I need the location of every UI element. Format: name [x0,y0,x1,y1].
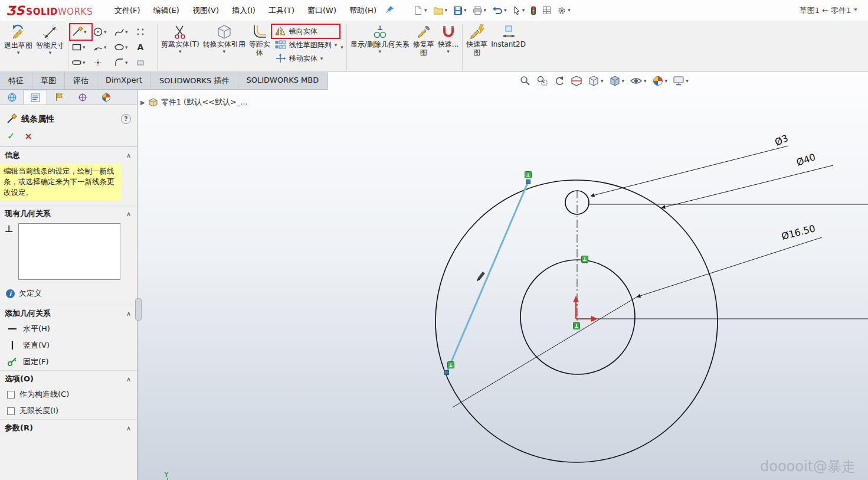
hide-show-items-button[interactable]: ▾ [630,75,647,87]
menu-view[interactable]: 视图(V) [186,2,225,19]
save-button[interactable]: ▾ [453,6,467,15]
relation-marker[interactable] [525,172,532,178]
dropdown-caret-icon[interactable]: ▾ [83,45,86,50]
dimxpertmanager-tab[interactable] [71,90,94,105]
exit-sketch-button[interactable]: 退出草图 ▾ [2,23,34,57]
line-endpoint-handle[interactable] [526,180,530,184]
dropdown-caret-icon[interactable]: ▾ [522,8,525,13]
ellipse-tool-button[interactable]: ▾ [113,40,134,55]
previous-view-button[interactable] [553,75,565,87]
view-settings-button[interactable]: ▾ [673,76,689,86]
dropdown-caret-icon[interactable]: ▾ [665,79,668,84]
tab-features[interactable]: 特征 [0,72,32,89]
configurationmanager-tab[interactable] [47,90,71,105]
infinite-length-checkbox[interactable] [7,407,15,415]
plane-tool-button[interactable] [134,55,155,70]
relation-marker[interactable] [574,323,580,329]
rectangle-tool-button[interactable]: ▾ [70,40,91,55]
linear-sketch-pattern-button[interactable]: 线性草图阵列 ▾ [272,38,340,51]
pin-menu-icon[interactable] [385,5,394,16]
menu-tools[interactable]: 工具(T) [262,2,301,19]
move-entities-button[interactable]: 移动实体 ▾ [272,52,340,65]
relation-marker[interactable] [582,256,588,263]
collapse-chevron-icon[interactable]: ∧ [126,425,131,432]
edit-appearance-button[interactable]: ▾ [652,75,668,87]
option-infinite-length[interactable]: 无限长度(I) [0,403,137,419]
dim-leader-small-circle[interactable] [591,146,788,196]
lifecycle-status-icon[interactable] [530,6,536,15]
displaymanager-tab[interactable] [94,90,118,105]
select-tool-button[interactable]: ▾ [513,6,525,15]
undo-button[interactable]: ▾ [492,6,507,15]
dimension-small-circle[interactable]: Ø3 [773,132,790,148]
propertymanager-tab[interactable] [24,90,47,105]
feature-tree-root[interactable]: ▶ 零件1 (默认<<默认>_... [140,97,248,107]
trim-entities-button[interactable]: 剪裁实体(T) ▾ [159,23,201,55]
dropdown-caret-icon[interactable]: ▾ [504,8,507,13]
dropdown-caret-icon[interactable]: ▾ [379,49,382,54]
construction-line-checkbox[interactable] [7,391,15,399]
menu-help[interactable]: 帮助(H) [343,2,383,19]
help-icon[interactable]: ? [121,114,131,124]
options-section-header[interactable]: 选项(O) ∧ [0,370,137,386]
view-orientation-button[interactable]: ▾ [588,75,604,87]
dropdown-caret-icon[interactable]: ▾ [445,8,448,13]
tab-evaluate[interactable]: 评估 [65,72,97,89]
tab-sketch[interactable]: 草图 [32,72,65,89]
dropdown-caret-icon[interactable]: ▾ [686,79,689,84]
task-pane-table-icon[interactable] [542,6,551,15]
dropdown-caret-icon[interactable]: ▾ [222,49,225,54]
instant2d-button[interactable]: Instant2D [489,23,528,50]
repair-sketch-button[interactable]: 修复草图 [411,23,436,58]
circle-tool-button[interactable]: ▾ [91,24,113,40]
info-section-header[interactable]: 信息 ∧ [0,147,137,162]
zoom-fit-button[interactable] [519,75,531,87]
menu-insert[interactable]: 插入(I) [225,2,262,19]
sketch-picture-tool-button[interactable] [134,24,155,40]
line-tool-button[interactable]: ▾ [70,24,91,40]
dropdown-caret-icon[interactable]: ▾ [424,8,427,13]
collapse-chevron-icon[interactable]: ∧ [126,375,131,383]
dropdown-caret-icon[interactable]: ▾ [49,50,52,55]
mirror-group-caret-icon[interactable]: ▾ [340,45,343,50]
line-endpoint-handle[interactable] [445,371,449,375]
convert-entities-button[interactable]: 转换实体引用 ▾ [201,23,247,55]
existing-relations-header[interactable]: 现有几何关系 ∧ [0,205,137,221]
sketch-origin[interactable] [573,296,598,322]
dropdown-caret-icon[interactable]: ▾ [335,43,338,48]
dropdown-caret-icon[interactable]: ▾ [320,56,323,61]
part-root-label[interactable]: 零件1 (默认<<默认>_... [161,97,248,107]
dropdown-caret-icon[interactable]: ▾ [644,79,647,84]
fillet-tool-button[interactable]: ▾ [113,55,134,70]
collapse-chevron-icon[interactable]: ∧ [126,152,131,159]
print-button[interactable]: ▾ [473,6,487,15]
existing-relations-listbox[interactable] [18,223,120,280]
dropdown-caret-icon[interactable]: ▾ [568,8,571,13]
dropdown-caret-icon[interactable]: ▾ [104,30,107,35]
quick-snaps-button[interactable]: 快速... ▾ [436,23,460,55]
quick-sketch-button[interactable]: 快速草图 [464,23,489,58]
open-document-button[interactable]: ▾ [433,6,448,15]
relation-horizontal-button[interactable]: 水平(H) [0,321,137,337]
dropdown-caret-icon[interactable]: ▾ [104,45,107,50]
featuremanager-tab[interactable] [0,90,24,105]
dropdown-caret-icon[interactable]: ▾ [464,8,467,13]
relation-marker[interactable] [448,362,454,368]
dropdown-caret-icon[interactable]: ▾ [179,49,182,54]
display-delete-relations-button[interactable]: ⊥ 显示/删除几何关系 ▾ [349,23,411,55]
arc-tool-button[interactable]: ▾ [91,40,113,55]
relation-vertical-button[interactable]: 竖直(V) [0,337,137,354]
smart-dimension-button[interactable]: 智能尺寸 ▾ [34,23,66,57]
point-tool-button[interactable] [91,55,113,70]
dropdown-caret-icon[interactable]: ▾ [125,45,128,50]
ok-button[interactable]: ✓ [7,130,15,142]
collapse-chevron-icon[interactable]: ∧ [126,310,131,318]
offset-entities-button[interactable]: 等距实体 [247,23,272,58]
dropdown-caret-icon[interactable]: ▾ [84,30,87,35]
inner-circle-entity[interactable] [520,260,635,374]
mirror-entities-button[interactable]: 镜向实体 [272,25,340,38]
dropdown-caret-icon[interactable]: ▾ [447,49,450,54]
spline-tool-button[interactable]: ▾ [113,24,134,40]
tab-solidworks-mbd[interactable]: SOLIDWORKS MBD [238,72,328,89]
menu-edit[interactable]: 编辑(E) [147,2,186,19]
